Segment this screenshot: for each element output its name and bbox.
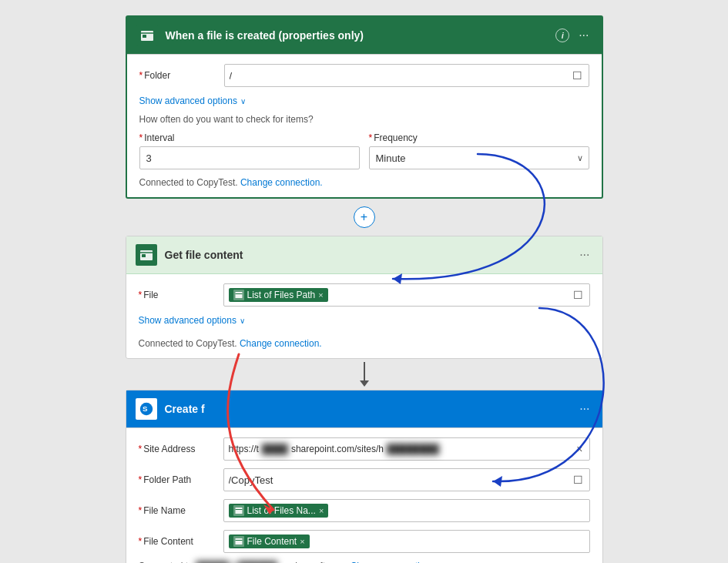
card1-header-actions: i ··· [555, 27, 592, 44]
svg-rect-3 [142, 254, 146, 257]
card1-folder-label: *Folder [139, 70, 216, 81]
card2-file-row: *File List of Files Path × [139, 283, 590, 307]
svg-rect-4 [235, 292, 242, 298]
card2-connection-row: Connected to CopyTest. Change connection… [139, 338, 590, 349]
card-get-file-content: Get file content ··· *File [126, 236, 603, 359]
card3-folder-browse-btn[interactable]: ☐ [572, 472, 585, 488]
svg-text:S: S [143, 404, 148, 413]
card1-interval-frequency-row: *Interval 3 *Frequency Minute Hour Day W… [139, 132, 589, 169]
card3-file-name-label: *File Name [139, 505, 216, 516]
card3-folder-path-input[interactable] [229, 474, 569, 486]
card3-site-address-row: *Site Address https://t████sharepoint.co… [139, 437, 590, 461]
card1-folder-input-wrapper[interactable]: ☐ [224, 64, 589, 87]
card1-icon [136, 25, 158, 46]
card1-folder-input[interactable] [230, 70, 568, 82]
card3-file-content-wrapper[interactable]: File Content × [223, 530, 590, 553]
card2-chip-icon [233, 290, 244, 300]
card3-file-content-row: *File Content File Content × [139, 530, 590, 553]
card2-body: *File List of Files Path × [126, 274, 602, 358]
card1-frequency-group: *Frequency Minute Hour Day Week Month ∨ [369, 132, 589, 169]
card2-chip-label: List of Files Path [247, 290, 316, 300]
card2-icon [136, 244, 157, 266]
card-create-file: S Create f ··· *Site Address https://t██… [126, 390, 603, 563]
card2-folder-browse-btn[interactable]: ☐ [572, 287, 585, 303]
card1-change-link[interactable]: Change connection. [240, 177, 323, 188]
card-when-file-created: When a file is created (properties only)… [126, 15, 603, 199]
card3-site-address-blurred2: ████████ [387, 444, 439, 454]
card3-site-address-wrapper[interactable]: https://t████sharepoint.com/sites/h█████… [223, 437, 590, 461]
svg-rect-7 [235, 508, 242, 514]
card3-site-clear-btn[interactable]: × [575, 441, 584, 457]
card1-check-text: How often do you want to check for items… [139, 114, 589, 125]
card1-connected-value: CopyTest. [196, 177, 237, 188]
card3-site-address-prefix: https://t [229, 444, 259, 454]
card3-file-content-chip: File Content × [229, 535, 310, 548]
card1-frequency-label: *Frequency [369, 132, 589, 143]
connector-plus-1[interactable]: + [351, 203, 378, 231]
card2-file-label: *File [139, 290, 216, 300]
card1-title: When a file is created (properties only) [166, 29, 556, 42]
connector-arrow-2 [360, 362, 369, 387]
card1-more-btn[interactable]: ··· [575, 27, 592, 44]
card1-header: When a file is created (properties only)… [127, 17, 602, 55]
card3-folder-path-label: *Folder Path [139, 474, 216, 485]
svg-rect-1 [143, 35, 146, 38]
card1-frequency-select[interactable]: Minute Hour Day Week Month [369, 146, 589, 169]
card3-more-btn[interactable]: ··· [576, 400, 592, 417]
card1-folder-browse-btn[interactable]: ☐ [571, 68, 584, 83]
card3-file-name-chip: List of Files Na... × [229, 504, 329, 518]
card3-file-name-chip-icon [233, 505, 244, 516]
card2-title: Get file content [165, 249, 577, 261]
card3-body: *Site Address https://t████sharepoint.co… [126, 428, 602, 563]
card3-site-address-label: *Site Address [139, 444, 216, 454]
card2-file-chip: List of Files Path × [229, 288, 328, 302]
card3-file-content-chip-label: File Content [247, 536, 297, 547]
card1-frequency-select-wrapper[interactable]: Minute Hour Day Week Month ∨ [369, 146, 589, 169]
card3-file-name-row: *File Name List of Files Na... × [139, 499, 590, 522]
card3-header: S Create f ··· [126, 390, 602, 428]
card1-body: *Folder ☐ Show advanced options ∨ How of… [127, 55, 602, 197]
card3-icon: S [136, 398, 157, 420]
card1-interval-input[interactable]: 3 [139, 146, 360, 169]
card1-interval-group: *Interval 3 [139, 132, 360, 169]
svg-rect-8 [235, 538, 242, 545]
card3-site-address-mid: sharepoint.com/sites/h [291, 444, 384, 454]
add-step-btn-1[interactable]: + [354, 206, 375, 228]
card1-folder-row: *Folder ☐ [139, 64, 589, 87]
card2-file-input-wrapper[interactable]: List of Files Path × ☐ [223, 283, 590, 307]
card1-interval-label: *Interval [139, 132, 360, 143]
card3-folder-path-wrapper[interactable]: ☐ [223, 468, 590, 491]
card3-title: Create f [165, 403, 577, 415]
card3-file-name-chip-label: List of Files Na... [247, 505, 316, 516]
card3-file-name-chip-close[interactable]: × [319, 506, 324, 515]
card3-folder-path-row: *Folder Path ☐ [139, 468, 590, 491]
card2-more-btn[interactable]: ··· [576, 246, 592, 263]
card1-connection-row: Connected to CopyTest. Change connection… [139, 177, 589, 188]
card1-info-btn[interactable]: i [555, 28, 569, 42]
card2-header: Get file content ··· [126, 236, 602, 274]
card3-file-content-label: *File Content [139, 536, 216, 547]
card3-file-name-wrapper[interactable]: List of Files Na... × [223, 499, 590, 522]
card3-header-actions: ··· [576, 400, 592, 417]
card3-file-content-chip-close[interactable]: × [300, 537, 304, 546]
card2-connected-value: CopyTest. [196, 338, 237, 349]
card3-site-address-blurred1: ████ [262, 444, 288, 454]
card2-chip-close-btn[interactable]: × [318, 290, 323, 300]
card2-header-actions: ··· [576, 246, 592, 263]
card1-show-advanced[interactable]: Show advanced options ∨ [139, 96, 246, 106]
card2-change-link[interactable]: Change connection. [240, 338, 322, 349]
card2-show-advanced[interactable]: Show advanced options ∨ [139, 315, 245, 326]
card3-file-content-chip-icon [233, 536, 244, 547]
